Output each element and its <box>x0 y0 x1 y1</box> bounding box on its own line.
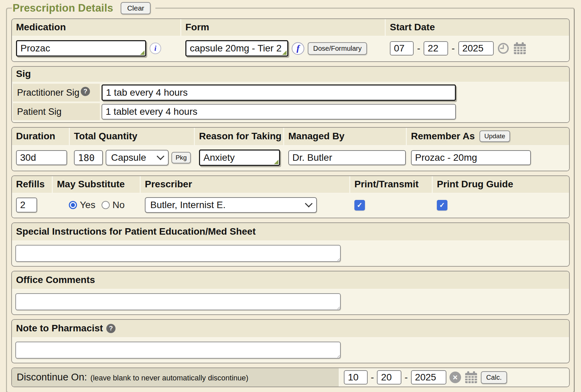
discontinue-year-input[interactable] <box>411 370 446 385</box>
details-header-row: Duration Total Quantity Reason for Takin… <box>12 128 569 146</box>
discontinue-day-input[interactable] <box>377 370 401 385</box>
remember-as-cell <box>407 146 569 171</box>
duration-cell <box>12 146 70 171</box>
discontinue-row: Discontinue On: (leave blank to never au… <box>12 368 569 387</box>
special-instructions-header: Special Instructions for Patient Educati… <box>12 223 569 241</box>
patient-sig-label: Patient Sig <box>13 103 100 120</box>
medication-input-field[interactable] <box>17 43 145 54</box>
start-year-input[interactable] <box>458 41 494 56</box>
total-quantity-cell: Capsule Pkg <box>70 146 195 171</box>
note-to-pharmacist-textarea[interactable] <box>15 342 341 359</box>
reason-cell <box>195 146 284 171</box>
substitute-yes-radio[interactable]: Yes <box>69 200 95 210</box>
medication-table: Medication Form Start Date i <box>11 18 570 62</box>
print-drug-guide-checkbox[interactable]: ✓ <box>437 200 447 210</box>
date-separator: - <box>404 372 408 383</box>
remember-as-input[interactable] <box>411 150 531 165</box>
quantity-unit-select[interactable]: Capsule <box>106 150 169 166</box>
clear-date-icon[interactable]: ✕ <box>449 372 461 383</box>
print-transmit-header: Print/Transmit <box>350 176 433 193</box>
clear-button[interactable]: Clear <box>121 2 151 14</box>
autocomplete-corner-icon <box>140 50 144 55</box>
quantity-input[interactable] <box>74 150 103 165</box>
office-comments-header: Office Comments <box>12 271 569 290</box>
refills-cell <box>12 194 53 218</box>
special-instructions-table: Special Instructions for Patient Educati… <box>11 222 570 267</box>
refills-header-row: Refills May Substitute Prescriber Print/… <box>12 176 569 194</box>
reason-input-field[interactable] <box>200 152 279 163</box>
medication-input[interactable] <box>16 40 146 57</box>
managed-by-header: Managed By <box>284 128 407 145</box>
autocomplete-corner-icon <box>282 50 287 55</box>
total-quantity-header: Total Quantity <box>70 128 195 145</box>
reason-input[interactable] <box>199 150 280 166</box>
medication-header-row: Medication Form Start Date <box>12 19 569 37</box>
discontinue-label: Discontinue On: (leave blank to never au… <box>12 368 340 387</box>
dose-formulary-button[interactable]: Dose/Formulary <box>308 42 367 55</box>
pkg-button[interactable]: Pkg <box>171 152 191 163</box>
practitioner-sig-cell <box>102 84 568 101</box>
substitute-no-radio[interactable]: No <box>102 200 125 210</box>
may-substitute-header: May Substitute <box>53 176 141 193</box>
form-cell: f Dose/Formulary <box>181 37 386 61</box>
date-separator: - <box>452 43 455 54</box>
office-comments-textarea[interactable] <box>15 293 341 310</box>
clock-icon[interactable] <box>497 42 509 54</box>
radio-no-icon[interactable] <box>102 201 110 209</box>
calendar-icon[interactable] <box>464 371 478 384</box>
medication-body-row: i f Dose/Formulary - - <box>12 37 569 61</box>
prescriber-header: Prescriber <box>141 176 350 193</box>
managed-by-input[interactable] <box>288 150 406 165</box>
discontinue-table: Discontinue On: (leave blank to never au… <box>11 367 570 387</box>
practitioner-sig-input-field[interactable] <box>103 87 455 98</box>
autocomplete-corner-icon <box>274 160 278 164</box>
info-icon[interactable]: i <box>150 43 161 54</box>
print-transmit-cell: ✓ <box>350 194 433 218</box>
refills-input[interactable] <box>16 198 37 213</box>
print-drug-guide-cell: ✓ <box>433 194 569 218</box>
special-instructions-textarea[interactable] <box>15 245 341 262</box>
note-to-pharmacist-table: Note to Pharmacist ? <box>11 319 570 363</box>
page-title: Prescription Details <box>13 2 113 14</box>
start-date-cell: - - <box>386 37 569 61</box>
form-header: Form <box>181 19 386 36</box>
may-substitute-cell: Yes No <box>53 194 141 218</box>
practitioner-sig-label: Practitioner Sig ? <box>13 84 100 101</box>
start-month-input[interactable] <box>390 41 414 56</box>
duration-input[interactable] <box>16 150 67 165</box>
radio-yes-icon[interactable] <box>69 201 77 209</box>
patient-sig-input[interactable] <box>102 104 456 120</box>
print-drug-guide-header: Print Drug Guide <box>433 176 569 193</box>
form-input[interactable] <box>185 40 288 57</box>
calc-button[interactable]: Calc. <box>481 371 507 384</box>
update-button[interactable]: Update <box>479 130 510 142</box>
prescriber-select[interactable]: Butler, Internist E. <box>145 197 317 213</box>
practitioner-sig-input[interactable] <box>102 84 456 101</box>
discontinue-month-input[interactable] <box>344 370 368 385</box>
form-input-field[interactable] <box>186 43 287 54</box>
formulary-icon[interactable]: f <box>292 42 304 55</box>
date-separator: - <box>417 43 420 54</box>
help-icon[interactable]: ? <box>106 324 116 333</box>
sig-header: Sig <box>12 67 569 83</box>
patient-sig-cell <box>102 103 568 120</box>
start-day-input[interactable] <box>424 41 448 56</box>
prescriber-cell: Butler, Internist E. <box>141 194 350 218</box>
chevron-down-icon <box>305 200 313 207</box>
date-separator: - <box>371 372 374 383</box>
calendar-icon[interactable] <box>513 42 526 55</box>
medication-header: Medication <box>12 19 181 36</box>
help-icon[interactable]: ? <box>81 87 90 96</box>
note-to-pharmacist-header: Note to Pharmacist ? <box>12 320 569 338</box>
office-comments-table: Office Comments <box>11 271 570 315</box>
refills-body-row: Yes No Butler, Internist E. ✓ <box>12 194 569 218</box>
chevron-down-icon <box>157 152 165 160</box>
print-transmit-checkbox[interactable]: ✓ <box>354 200 365 210</box>
prescription-details-fieldset: Prescription Details Clear Medication Fo… <box>6 2 575 392</box>
details-body-row: Capsule Pkg <box>12 146 569 171</box>
discontinue-fields: - - ✕ Calc. <box>340 368 511 387</box>
sig-grid: Practitioner Sig ? Patient Sig <box>12 83 569 122</box>
prescription-page: Prescription Details Clear Medication Fo… <box>0 2 581 392</box>
refills-header: Refills <box>12 176 53 193</box>
reason-header: Reason for Taking <box>195 128 284 145</box>
